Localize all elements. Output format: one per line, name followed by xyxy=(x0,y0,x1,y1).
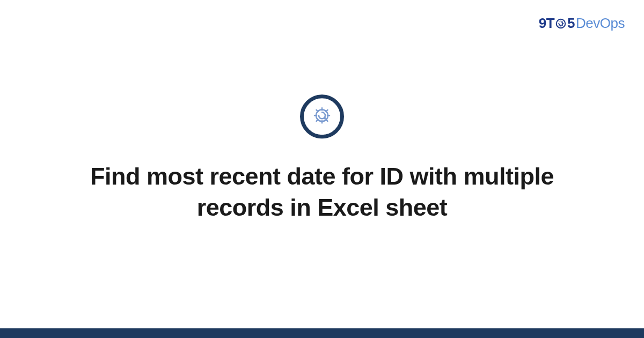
svg-point-1 xyxy=(316,109,328,121)
main-content: Find most recent date for ID with multip… xyxy=(0,94,644,223)
gear-icon xyxy=(309,102,335,130)
svg-point-0 xyxy=(557,19,566,28)
logo-nine: 9 xyxy=(539,15,546,32)
center-icon-circle xyxy=(300,94,344,138)
logo-t: T xyxy=(546,15,554,32)
logo-five: 5 xyxy=(567,15,575,32)
page-title: Find most recent date for ID with multip… xyxy=(75,161,569,223)
logo-devops: DevOps xyxy=(576,15,625,32)
gear-icon xyxy=(555,18,567,30)
site-logo: 9 T 5 DevOps xyxy=(539,15,625,32)
bottom-accent-bar xyxy=(0,328,644,338)
svg-point-2 xyxy=(324,117,325,119)
